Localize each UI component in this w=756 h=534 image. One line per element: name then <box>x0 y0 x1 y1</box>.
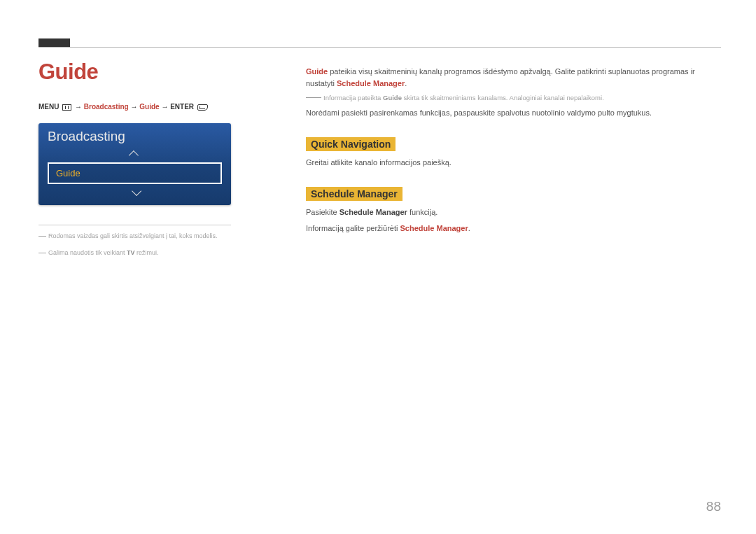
content-area: Guide MENU → Broadcasting → Guide → ENTE… <box>38 38 721 266</box>
menu-icon <box>62 104 71 111</box>
intro-note-text: Informacija pateikta Guide skirta tik sk… <box>323 94 604 101</box>
enter-icon <box>197 104 208 111</box>
intro-paragraph-2: Norėdami pasiekti pasirenkamas funkcijas… <box>306 107 721 119</box>
breadcrumb-enter: ENTER <box>170 103 194 111</box>
page-title: Guide <box>38 59 292 85</box>
osd-panel-broadcasting: Broadcasting Guide <box>38 123 231 205</box>
intro-note: Informacija pateikta Guide skirta tik sk… <box>306 94 721 101</box>
panel-title: Broadcasting <box>48 129 222 144</box>
right-column: Guide pateikia visų skaitmeninių kanalų … <box>306 59 721 266</box>
chevron-up-icon <box>128 150 138 160</box>
breadcrumb-item: Guide <box>139 103 159 111</box>
quick-navigation-text: Greitai atlikite kanalo informacijos pai… <box>306 157 721 169</box>
footnote-1-text: Rodomas vaizdas gali skirtis atsižvelgia… <box>48 232 218 239</box>
nav-up[interactable] <box>48 148 222 160</box>
chevron-down-icon <box>132 186 141 196</box>
arrow-3: → <box>161 103 168 111</box>
panel-selected-item[interactable]: Guide <box>48 162 222 184</box>
arrow-1: → <box>75 103 82 111</box>
footnote-1: ― Rodomas vaizdas gali skirtis atsižvelg… <box>38 232 292 239</box>
footnote-dash-icon: ― <box>38 249 48 255</box>
breadcrumb-menu: MENU <box>38 103 59 111</box>
footnote-divider <box>38 225 231 225</box>
section-quick-navigation-title: Quick Navigation <box>306 137 396 151</box>
intro-paragraph-1: Guide pateikia visų skaitmeninių kanalų … <box>306 66 721 90</box>
arrow-2: → <box>130 103 137 111</box>
chapter-tab-indicator <box>38 38 70 47</box>
section-schedule-manager-title: Schedule Manager <box>306 187 402 201</box>
footnote-dash-icon: ― <box>38 232 48 239</box>
note-dash-icon <box>306 97 321 98</box>
breadcrumb: MENU → Broadcasting → Guide → ENTER <box>38 103 292 111</box>
schedule-manager-text-1: Pasiekite Schedule Manager funkciją. <box>306 206 721 218</box>
breadcrumb-section: Broadcasting <box>84 103 129 111</box>
schedule-manager-text-2: Informaciją galite peržiūrėti Schedule M… <box>306 223 721 234</box>
left-column: Guide MENU → Broadcasting → Guide → ENTE… <box>38 59 306 266</box>
footnote-2: ― Galima naudotis tik veikiant TV režimu… <box>38 249 292 256</box>
footnote-2-text: Galima naudotis tik veikiant TV režimui. <box>48 249 159 256</box>
header-rule <box>38 47 721 48</box>
page-number: 88 <box>706 499 721 514</box>
nav-down[interactable] <box>48 187 222 198</box>
